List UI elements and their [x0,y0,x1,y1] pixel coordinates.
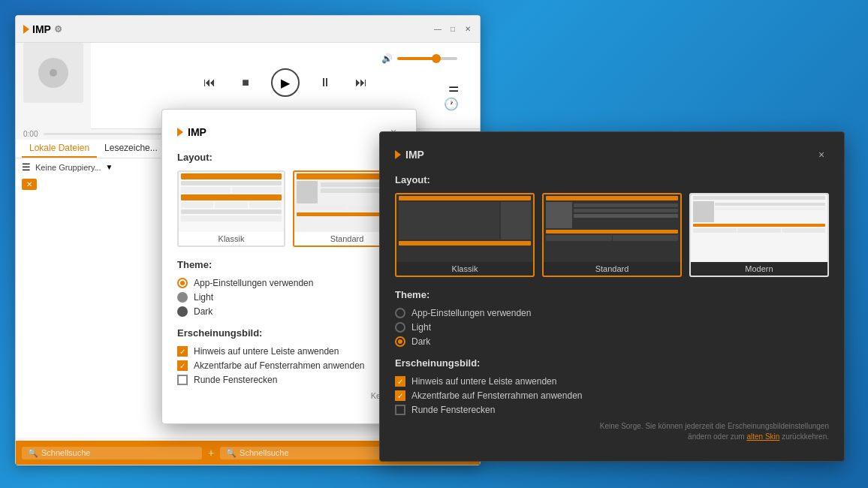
tab-bookmarks[interactable]: Lesezeiche... [97,140,165,158]
dialog-light-name: IMP [188,126,206,138]
checkbox-accent-label-dark: Akzentfarbe auf Fensterrahmen anwenden [411,390,582,401]
klassik-label-light: Klassik [179,232,284,246]
checkbox-accent-label-light: Akzentfarbe auf Fensterrahmen anwenden [194,360,364,371]
close-button[interactable]: ✕ [463,25,472,34]
theme-section-light: Theme: App-Einstellungen verwenden Light… [177,259,401,317]
layout-modern-dark[interactable]: Modern [689,193,829,277]
theme-light-label-dark: Light [411,322,431,333]
search-icon-2: 🔍 [226,448,237,458]
dialog-dark-logo-icon [395,150,401,159]
dialog-dark-name: IMP [405,149,424,161]
dialog-dark-title: IMP [395,149,424,161]
history-icon[interactable]: 🕐 [444,97,459,111]
checkbox-hint-dark[interactable]: ✓ Hinweis auf untere Leiste anwenden [395,376,829,387]
tab-local-files[interactable]: Lokale Dateien [22,140,97,158]
checkbox-round-dark[interactable]: Runde Fensterecken [395,405,829,415]
modern-label-dark: Modern [691,262,827,276]
album-art [23,43,83,103]
alten-skin-link[interactable]: alten Skin [746,432,779,441]
titlebar-controls: — □ ✕ [433,25,472,34]
dialog-light: IMP × Layout: Klassik [161,109,417,424]
checkbox-hint-box-dark: ✓ [395,376,405,387]
theme-app-settings-light[interactable]: App-Einstellungen verwenden [177,278,401,288]
checkbox-round-box-dark [395,405,405,415]
footer-note-end: zurückkehren. [779,432,829,441]
checkbox-round-light[interactable]: Runde Fensterecken [177,375,401,385]
radio-light-dark [395,322,405,333]
theme-app-label-light: App-Einstellungen verwenden [194,278,313,288]
radio-app-settings-light [177,278,188,288]
theme-dark-label-light: Dark [194,306,212,317]
appearance-label-light: Erscheinungsbild: [177,327,401,339]
main-titlebar: IMP ⚙ — □ ✕ [16,16,480,43]
checkbox-accent-box-dark: ✓ [395,390,405,401]
volume-slider[interactable] [397,57,457,60]
dialog-dark-footer: Keine Sorge. Sie können jederzeit die Er… [395,421,829,442]
theme-app-label-dark: App-Einstellungen verwenden [411,308,531,318]
layout-klassik-light[interactable]: Klassik [177,170,285,247]
dialog-light-title: IMP [177,126,206,138]
dialog-light-header: IMP × [177,125,401,140]
checkbox-round-label-dark: Runde Fensterecken [411,405,495,415]
search-placeholder-left: Schnellsuche [41,448,90,457]
equalizer-icon[interactable]: ⚌ [448,80,459,95]
checkbox-accent-box-light: ✓ [177,360,188,371]
menu-icon: ☰ [22,161,31,173]
theme-label-dark: Theme: [395,289,829,300]
layout-klassik-dark[interactable]: Klassik [395,193,535,277]
gear-icon[interactable]: ⚙ [54,24,62,35]
add-playlist-button[interactable]: + [208,447,214,459]
play-icon: ▶ [281,76,290,90]
radio-dark-selected [395,336,405,347]
grouping-button[interactable]: Keine Gruppierу... [35,163,101,172]
next-button[interactable]: ⏭ [351,72,372,93]
theme-light-dark-dialog[interactable]: Light [395,322,829,333]
minimize-button[interactable]: — [433,25,442,34]
radio-light [177,292,188,303]
search-icon: 🔍 [28,448,38,458]
dialog-dark-header: IMP × [395,147,829,162]
standard-label-dark: Standard [544,262,680,276]
checkbox-accent-dark[interactable]: ✓ Akzentfarbe auf Fensterrahmen anwenden [395,390,829,401]
radio-app-settings-dark [395,308,405,318]
search-box-right[interactable]: 🔍 Schnellsuche [220,447,400,459]
layout-standard-dark[interactable]: Standard [542,193,682,277]
checkbox-round-box-light [177,375,188,385]
maximize-button[interactable]: □ [448,25,457,34]
logo-icon [23,25,29,34]
stop-button[interactable]: ■ [235,72,256,93]
theme-dark-label-dark: Dark [411,336,430,347]
app-logo: IMP ⚙ [23,23,62,35]
checkbox-hint-box-light: ✓ [177,346,188,357]
time-display: 0:00 [23,130,38,138]
theme-section-dark: Theme: App-Einstellungen verwenden Light… [395,289,829,347]
prev-button[interactable]: ⏮ [199,72,220,93]
klassik-label-dark: Klassik [396,262,533,276]
dialog-dark: IMP × Layout: Klassik [379,131,845,462]
checkbox-hint-label-dark: Hinweis auf untere Leiste anwenden [411,376,556,387]
transport-row: ⏮ ■ ▶ ⏸ ⏭ [199,68,372,97]
theme-label-light: Theme: [177,259,401,270]
app-name: IMP [32,23,51,35]
theme-app-settings-dark[interactable]: App-Einstellungen verwenden [395,308,829,318]
layout-row-dark: Klassik Standard [395,193,829,277]
pause-button[interactable]: ⏸ [315,72,336,93]
dialog-dark-close-button[interactable]: × [814,147,829,162]
theme-dark-selected[interactable]: Dark [395,336,829,347]
appearance-label-dark: Erscheinungsbild: [395,357,829,369]
theme-dark-option-light[interactable]: Dark [177,306,401,317]
layout-section-label-light: Layout: [177,152,401,163]
layout-row-light: Klassik Standard [177,170,401,247]
filter-badge[interactable]: ✕ [22,179,37,190]
play-button[interactable]: ▶ [271,68,300,97]
volume-icon: 🔊 [381,53,393,64]
checkbox-round-label-light: Runde Fensterecken [194,375,277,385]
checkbox-hint-label-light: Hinweis auf untere Leiste anwenden [194,346,339,357]
radio-dark-light [177,306,188,317]
chevron-down-icon: ▼ [106,163,113,171]
checkbox-hint-light[interactable]: ✓ Hinweis auf untere Leiste anwenden [177,346,401,357]
theme-light-option[interactable]: Light [177,292,401,303]
volume-thumb [432,54,441,63]
search-box-left[interactable]: 🔍 Schnellsuche [22,447,202,459]
checkbox-accent-light[interactable]: ✓ Akzentfarbe auf Fensterrahmen anwenden [177,360,401,371]
